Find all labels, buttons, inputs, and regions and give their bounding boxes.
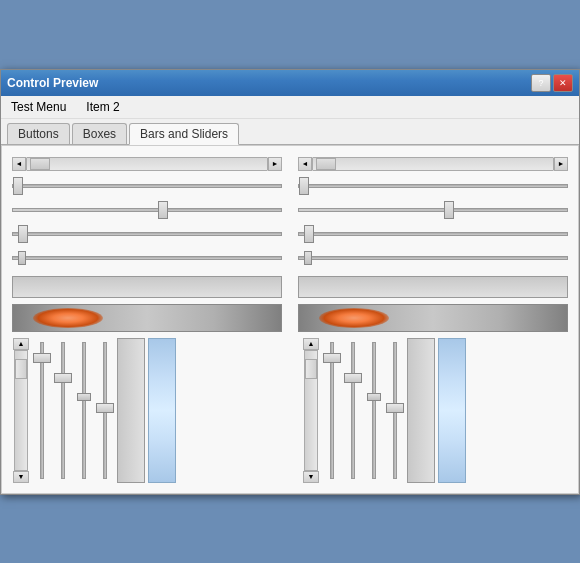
slider-thumb-4[interactable] bbox=[444, 201, 454, 219]
slider-track-2 bbox=[298, 184, 568, 188]
close-button[interactable]: ✕ bbox=[553, 74, 573, 92]
scroll-track-2[interactable] bbox=[312, 157, 554, 171]
v-progress-bar-1 bbox=[117, 338, 145, 483]
v-section-spacer bbox=[284, 338, 296, 483]
v-scroll-thumb-1[interactable] bbox=[15, 359, 27, 379]
scroll-left-btn-2[interactable]: ◄ bbox=[298, 157, 312, 171]
orange-bar-2 bbox=[298, 304, 568, 332]
h-slider-1[interactable] bbox=[12, 176, 282, 196]
v-slider-thumb-8[interactable] bbox=[386, 403, 404, 413]
h-slider-2[interactable] bbox=[298, 176, 568, 196]
slider-row-1 bbox=[12, 176, 568, 196]
v-slider-track-3 bbox=[82, 342, 86, 479]
scroll-track-1[interactable] bbox=[26, 157, 268, 171]
track-right-1 bbox=[298, 200, 568, 220]
scrollbar-row: ◄ ► ◄ ► bbox=[12, 156, 568, 172]
v-slider-2[interactable] bbox=[54, 338, 72, 483]
track-row-1 bbox=[12, 200, 568, 220]
progress-bar-2 bbox=[298, 276, 568, 298]
progress-left-1 bbox=[12, 276, 282, 298]
v-slider-8[interactable] bbox=[386, 338, 404, 483]
scrollbar-right: ◄ ► bbox=[298, 156, 568, 172]
v-slider-5[interactable] bbox=[323, 338, 341, 483]
scroll-right-btn-2[interactable]: ► bbox=[554, 157, 568, 171]
v-scroll-track-1[interactable] bbox=[14, 350, 28, 471]
v-slider-4[interactable] bbox=[96, 338, 114, 483]
progress-right-1 bbox=[298, 276, 568, 298]
v-scrollbar-1[interactable]: ▲ ▼ bbox=[12, 338, 30, 483]
v-sliders-right: ▲ ▼ bbox=[302, 338, 568, 483]
main-window: Control Preview ? ✕ Test Menu Item 2 But… bbox=[0, 69, 580, 495]
progress-row-1 bbox=[12, 276, 568, 298]
v-slider-1[interactable] bbox=[33, 338, 51, 483]
h-scrollbar-1[interactable]: ◄ ► bbox=[12, 156, 282, 172]
v-slider-track-4 bbox=[103, 342, 107, 479]
tab-boxes[interactable]: Boxes bbox=[72, 123, 127, 144]
slider-left-2 bbox=[12, 224, 282, 244]
v-slider-6[interactable] bbox=[344, 338, 362, 483]
scroll-thumb-2[interactable] bbox=[316, 158, 336, 170]
slider-thumb-5[interactable] bbox=[18, 225, 28, 243]
menu-item2[interactable]: Item 2 bbox=[80, 98, 125, 116]
v-slider-3[interactable] bbox=[75, 338, 93, 483]
orange-left bbox=[12, 304, 282, 332]
track-left-1 bbox=[12, 200, 282, 220]
orange-right bbox=[298, 304, 568, 332]
slider-thumb-8[interactable] bbox=[304, 251, 312, 265]
slider-track-6 bbox=[298, 256, 568, 260]
orange-glow-2 bbox=[319, 308, 389, 328]
slider-track-5 bbox=[12, 256, 282, 260]
v-scroll-up-btn-1[interactable]: ▲ bbox=[13, 338, 29, 350]
v-progress-bar-2 bbox=[407, 338, 435, 483]
v-slider-track-5 bbox=[330, 342, 334, 479]
v-slider-track-8 bbox=[393, 342, 397, 479]
v-scroll-thumb-2[interactable] bbox=[305, 359, 317, 379]
v-slider-thumb-4[interactable] bbox=[96, 403, 114, 413]
slider-track-4 bbox=[298, 232, 568, 236]
slider-left-3 bbox=[12, 248, 282, 268]
v-slider-thumb-6[interactable] bbox=[344, 373, 362, 383]
orange-glow-1 bbox=[33, 308, 103, 328]
scroll-right-btn-1[interactable]: ► bbox=[268, 157, 282, 171]
progress-bar-1 bbox=[12, 276, 282, 298]
tab-buttons[interactable]: Buttons bbox=[7, 123, 70, 144]
h-slider-3[interactable] bbox=[12, 224, 282, 244]
slider-thumb-7[interactable] bbox=[18, 251, 26, 265]
slider-right-1 bbox=[298, 176, 568, 196]
orange-row bbox=[12, 304, 568, 332]
menu-bar: Test Menu Item 2 bbox=[1, 96, 579, 119]
h-slider-4[interactable] bbox=[298, 224, 568, 244]
window-title: Control Preview bbox=[7, 76, 98, 90]
v-slider-thumb-2[interactable] bbox=[54, 373, 72, 383]
tab-bars-sliders[interactable]: Bars and Sliders bbox=[129, 123, 239, 145]
v-slider-7[interactable] bbox=[365, 338, 383, 483]
v-scroll-down-btn-2[interactable]: ▼ bbox=[303, 471, 319, 483]
help-button[interactable]: ? bbox=[531, 74, 551, 92]
v-sliders-left: ▲ ▼ bbox=[12, 338, 278, 483]
v-slider-thumb-7[interactable] bbox=[367, 393, 381, 401]
slider-thumb-1[interactable] bbox=[13, 177, 23, 195]
slider-thumb-2[interactable] bbox=[299, 177, 309, 195]
v-scroll-down-btn-1[interactable]: ▼ bbox=[13, 471, 29, 483]
v-blue-bar-1 bbox=[148, 338, 176, 483]
v-slider-thumb-5[interactable] bbox=[323, 353, 341, 363]
slider-thumb-6[interactable] bbox=[304, 225, 314, 243]
h-scrollbar-2[interactable]: ◄ ► bbox=[298, 156, 568, 172]
v-slider-track-6 bbox=[351, 342, 355, 479]
vertical-section: ▲ ▼ bbox=[12, 338, 568, 483]
scroll-thumb-1[interactable] bbox=[30, 158, 50, 170]
slider-track-1 bbox=[12, 184, 282, 188]
v-slider-thumb-3[interactable] bbox=[77, 393, 91, 401]
v-scrollbar-2[interactable]: ▲ ▼ bbox=[302, 338, 320, 483]
menu-test[interactable]: Test Menu bbox=[5, 98, 72, 116]
v-slider-thumb-1[interactable] bbox=[33, 353, 51, 363]
slider-right-3 bbox=[298, 248, 568, 268]
v-slider-track-1 bbox=[40, 342, 44, 479]
v-scroll-up-btn-2[interactable]: ▲ bbox=[303, 338, 319, 350]
scrollbar-left: ◄ ► bbox=[12, 156, 282, 172]
orange-bar-1 bbox=[12, 304, 282, 332]
slider-thumb-3[interactable] bbox=[158, 201, 168, 219]
slider-right-2 bbox=[298, 224, 568, 244]
scroll-left-btn-1[interactable]: ◄ bbox=[12, 157, 26, 171]
v-scroll-track-2[interactable] bbox=[304, 350, 318, 471]
